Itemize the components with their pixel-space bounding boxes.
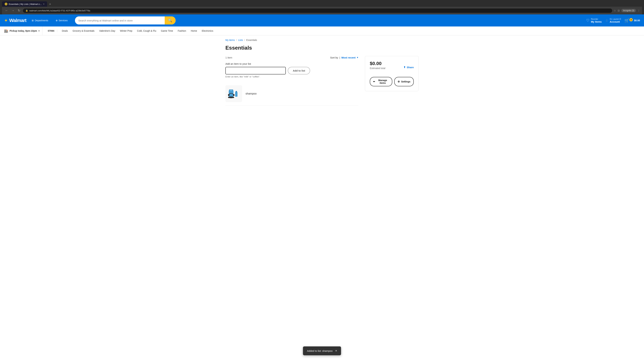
my-items-label: My Items: [591, 20, 602, 23]
sidebar: $0.00 Estimated total ⬆ Share ✏ Manage i…: [365, 56, 418, 91]
tab-close-btn[interactable]: ×: [43, 3, 44, 5]
breadcrumb-sep-1: /: [236, 39, 237, 41]
estimated-total: $0.00: [370, 61, 386, 66]
svg-rect-8: [228, 94, 230, 96]
search-button[interactable]: 🔍: [165, 16, 176, 24]
item-name: shampoo: [246, 92, 256, 95]
item-details: shampoo: [246, 92, 256, 95]
manage-items-button[interactable]: ✏ Manage items: [370, 77, 392, 86]
nav-link-electronics[interactable]: Electronics: [200, 27, 215, 34]
add-item-hint: Enter an item, like "milk" or "coffee".: [226, 75, 358, 78]
share-button[interactable]: ⬆ Share: [404, 66, 414, 69]
nav-link-cold[interactable]: Cold, Cough & Flu: [135, 27, 158, 34]
logo-text: Walmart: [9, 18, 26, 23]
estimated-label: Estimated total: [370, 67, 386, 69]
main-layout: 1 item Sort by | Most recent ▾ Add an it…: [226, 56, 418, 106]
svg-rect-5: [235, 92, 238, 97]
sort-bar: 1 item Sort by | Most recent ▾: [226, 56, 358, 59]
breadcrumb: My items / Lists / Essentials: [226, 39, 418, 41]
services-button[interactable]: ⊕ Services: [54, 18, 70, 23]
sidebar-actions: ✏ Manage items ⚙ Settings: [370, 77, 414, 86]
search-bar: 🔍: [75, 16, 176, 24]
sort-chevron-icon: ▾: [357, 56, 358, 59]
nav-link-home[interactable]: Home: [189, 27, 199, 34]
services-icon: ⊕: [56, 19, 58, 22]
svg-rect-2: [230, 90, 232, 91]
nav-link-deals[interactable]: Deals: [60, 27, 70, 34]
secondary-nav: 🏬 Pickup today, 9pm-10pm ▾ 07094 Deals G…: [0, 26, 644, 35]
account-action[interactable]: 👤 Hi, Lauren D Account: [605, 18, 621, 23]
sort-control[interactable]: Sort by | Most recent ▾: [330, 56, 358, 59]
active-tab[interactable]: W Essentials | My Lists | Walmart.c... ×: [2, 1, 47, 7]
departments-grid-icon: ⊞: [32, 19, 34, 22]
header-actions: ♡ Reorder My Items 👤 Hi, Lauren D Accoun…: [586, 18, 640, 23]
breadcrumb-sep-2: /: [244, 39, 245, 41]
lock-icon: 🔒: [26, 9, 28, 12]
reorder-label: Reorder: [591, 18, 602, 20]
services-label: Services: [59, 19, 68, 22]
nav-links: Deals Grocery & Essentials Valentine's D…: [60, 27, 215, 34]
toolbar-right: ☆ ⊡ Incognito (3) ⋮: [614, 9, 640, 12]
departments-button[interactable]: ⊞ Departments: [30, 18, 50, 23]
table-row: shampoo: [226, 82, 358, 106]
sort-value: Most recent: [342, 56, 356, 59]
main-left: 1 item Sort by | Most recent ▾ Add an it…: [226, 56, 358, 106]
store-icon: 🏬: [4, 29, 8, 33]
add-item-row: Add to list: [226, 67, 358, 74]
pickup-chevron-icon: ▾: [38, 29, 40, 32]
new-tab-button[interactable]: +: [48, 2, 52, 7]
walmart-header: ✦ Walmart ⊞ Departments ⊕ Services 🔍 ♡ R…: [0, 14, 644, 26]
breadcrumb-current: Essentials: [246, 39, 257, 41]
settings-label: Settings: [401, 80, 410, 83]
incognito-badge: Incognito (3): [621, 9, 636, 12]
sort-label: Sort by: [330, 56, 338, 59]
settings-button[interactable]: ⚙ Settings: [394, 77, 414, 86]
pickup-text-group: Pickup today, 9pm-10pm: [10, 29, 37, 32]
breadcrumb-my-items[interactable]: My items: [226, 39, 235, 41]
product-illustration: [226, 85, 242, 102]
person-icon: 👤: [605, 19, 608, 22]
hi-label: Hi, Lauren D: [610, 18, 621, 20]
url-display: walmart.com/lists/WL/a1daa432-f731-437f-…: [29, 9, 90, 12]
item-list: shampoo: [226, 82, 358, 106]
browser-chrome: W Essentials | My Lists | Walmart.c... ×…: [0, 0, 644, 14]
breadcrumb-lists[interactable]: Lists: [238, 39, 243, 41]
account-text: Hi, Lauren D Account: [610, 18, 621, 23]
share-row: $0.00 Estimated total ⬆ Share: [370, 61, 414, 73]
cart-price: $0.00: [634, 19, 640, 22]
item-image: [226, 85, 242, 102]
nav-link-valentines[interactable]: Valentine's Day: [97, 27, 117, 34]
back-button[interactable]: ←: [4, 8, 9, 13]
walmart-logo[interactable]: ✦ Walmart: [4, 18, 26, 23]
refresh-button[interactable]: ↻: [17, 8, 21, 13]
pickup-selector[interactable]: 🏬 Pickup today, 9pm-10pm ▾: [4, 26, 42, 35]
nav-link-grocery[interactable]: Grocery & Essentials: [70, 27, 96, 34]
nav-link-winter[interactable]: Winter Prep: [118, 27, 134, 34]
cart-action[interactable]: 🛒 0 $0.00: [624, 18, 640, 23]
add-item-label: Add an item to your list: [226, 62, 358, 65]
my-items-action[interactable]: ♡ Reorder My Items: [586, 18, 602, 23]
browser-tabs: W Essentials | My Lists | Walmart.c... ×…: [2, 1, 642, 7]
add-item-input[interactable]: [226, 67, 286, 74]
pickup-text: Pickup today, 9pm-10pm: [10, 29, 37, 32]
account-label: Account: [610, 20, 621, 23]
add-to-list-button[interactable]: Add to list: [288, 67, 310, 74]
more-options-icon[interactable]: ⋮: [638, 9, 640, 12]
forward-button[interactable]: →: [10, 8, 16, 13]
split-screen-icon[interactable]: ⊡: [618, 9, 620, 12]
bookmark-icon[interactable]: ☆: [614, 9, 616, 12]
address-bar[interactable]: 🔒 walmart.com/lists/WL/a1daa432-f731-437…: [23, 8, 612, 13]
nav-link-fashion[interactable]: Fashion: [176, 27, 188, 34]
cart-count-badge: 0: [630, 18, 633, 21]
estimated-total-group: $0.00 Estimated total: [370, 61, 386, 73]
item-count: 1 item: [226, 56, 232, 59]
nav-link-gametime[interactable]: Game Time: [159, 27, 175, 34]
gear-icon: ⚙: [398, 80, 400, 83]
departments-label: Departments: [35, 19, 48, 22]
tab-favicon: W: [5, 3, 8, 5]
page-content: My items / Lists / Essentials Essentials…: [221, 35, 422, 109]
spark-icon: ✦: [4, 18, 8, 23]
pencil-icon: ✏: [373, 80, 375, 83]
search-input[interactable]: [75, 16, 165, 24]
svg-rect-7: [236, 91, 237, 92]
